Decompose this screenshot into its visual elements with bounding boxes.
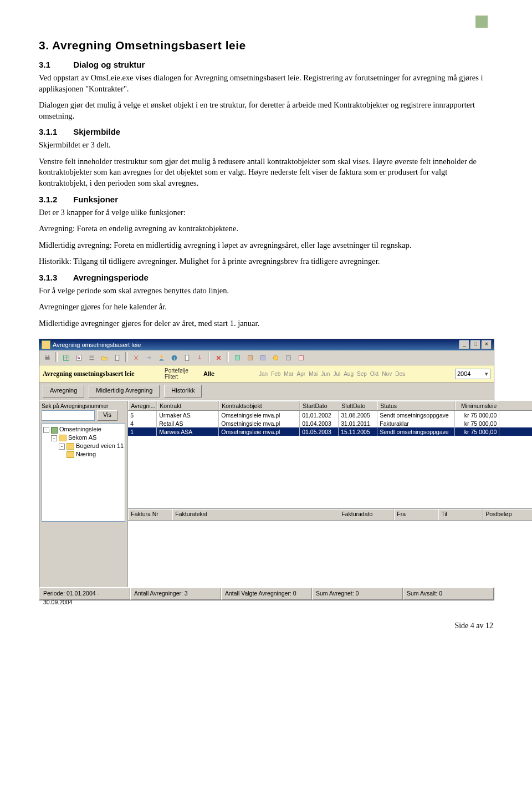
month[interactable]: Okt [370,371,379,377]
month[interactable]: Nov [382,371,392,377]
status-antall: Antall Avregninger: 3 [130,588,221,600]
folder-icon [66,451,74,458]
col-postbelop[interactable]: Postbeløp [483,509,532,520]
svg-rect-0 [45,357,49,360]
folder-icon[interactable] [99,352,110,363]
grid-body[interactable]: 5 Urmaker AS Omsetningsleie mva.pl 01.01… [128,411,532,509]
tree-node[interactable]: Omsetningsleie [59,426,101,432]
maximize-button[interactable]: □ [470,340,480,349]
collapse-icon[interactable]: - [43,427,49,433]
tool-d-icon[interactable] [270,352,281,363]
cell: 5 [128,411,157,419]
cell: 31.01.2011 [339,419,377,427]
month[interactable]: Feb [271,371,280,377]
tree-node[interactable]: Sekom AS [68,434,96,441]
cell: Sendt omsetningsoppgave [377,427,455,436]
tree-node[interactable]: Bogerud veien 11 [76,442,124,449]
year-select[interactable]: 2004 ▾ [455,369,490,379]
table-row-selected[interactable]: 1 Marwes ASA Omsetningsleie mva.pl 01.05… [128,427,532,436]
cell: 1 [128,427,157,436]
invoice-grid-header: Faktura Nr Fakturatekst Fakturadato Fra … [128,509,532,520]
col-fakturatekst[interactable]: Fakturatekst [172,509,339,520]
report-icon[interactable] [73,352,84,363]
month[interactable]: Mai [309,371,318,377]
user-icon[interactable] [156,352,167,363]
col-fakturanr[interactable]: Faktura Nr [128,509,172,520]
tool-b-icon[interactable] [244,352,255,363]
sectitle: Funksjoner [73,195,118,204]
status-valgte: Antall Valgte Avregninger: 0 [221,588,312,600]
col-avregning[interactable]: Avregni... [128,401,157,410]
print-icon[interactable] [42,352,53,363]
svg-rect-15 [185,355,189,361]
month[interactable]: Des [395,371,405,377]
cell: Omsetningsleie mva.pl [219,427,300,436]
col-kontrakt[interactable]: Kontrakt [157,401,219,410]
folder-icon [66,443,74,450]
folder-icon [59,435,66,441]
svg-rect-11 [115,355,119,361]
month[interactable]: Apr [297,371,306,377]
function-buttons-row: Avregning Midlertidig Avregning Historik… [39,383,494,400]
month-strip[interactable]: Jan Feb Mar Apr Mai Jun Jul Aug Sep Okt … [259,371,449,377]
month[interactable]: Jan [259,371,268,377]
col-minimumsleie[interactable]: Minimumsleie [455,401,499,410]
para: Historikk: Tilgang til tidligere avregni… [39,256,493,267]
tool-f-icon[interactable] [295,352,306,363]
chevron-down-icon: ▾ [485,370,488,378]
tool-a-icon[interactable] [232,352,243,363]
doc-icon[interactable] [181,352,192,363]
heading-3: 3. Avregning Omsetningsbasert leie [39,39,493,52]
cut-icon[interactable] [130,352,141,363]
month[interactable]: Jun [321,371,330,377]
secnum: 3.1.3 [39,273,71,282]
calc-icon[interactable] [111,352,122,363]
col-fra[interactable]: Fra [394,509,438,520]
cancel-icon[interactable] [213,352,224,363]
vis-button[interactable]: Vis [97,410,117,421]
tool-e-icon[interactable] [283,352,294,363]
svg-rect-16 [235,355,239,360]
collapse-icon[interactable]: - [59,444,65,450]
list-icon[interactable] [86,352,97,363]
midlertidig-avregning-button[interactable]: Midlertidig Avregning [89,385,160,398]
tree-node[interactable]: Næring [76,451,96,457]
table-row[interactable]: 5 Urmaker AS Omsetningsleie mva.pl 01.01… [128,411,532,419]
col-status[interactable]: Status [377,401,455,410]
col-til[interactable]: Til [438,509,483,520]
month[interactable]: Jul [333,371,340,377]
titlebar: Avregning omsetningsbasert leie _ □ × [39,339,494,350]
historikk-button[interactable]: Historikk [164,385,202,398]
arrow-right-icon[interactable] [143,352,154,363]
table-row[interactable]: 4 Retail AS Omsetningsleie mva.pl 01.04.… [128,419,532,427]
col-startdato[interactable]: StartDato [300,401,339,410]
object-tree[interactable]: -Omsetningsleie -Sekom AS -Bogerud veien… [42,423,125,522]
tool-c-icon[interactable] [257,352,268,363]
heading-3-1-3: 3.1.3 Avregningsperiode [39,273,493,282]
svg-rect-21 [299,355,303,360]
grid-icon[interactable] [60,352,71,363]
col-fakturadato[interactable]: Fakturadato [339,509,394,520]
avregning-button[interactable]: Avregning [43,385,84,398]
svg-rect-20 [286,355,290,360]
minimize-button[interactable]: _ [459,340,469,349]
label: Portefølje [165,368,198,374]
accent-square [475,16,488,28]
portfolio-value: Alle [203,370,253,377]
month[interactable]: Sep [357,371,367,377]
col-kontraktsobjekt[interactable]: Kontraktsobjekt [219,401,300,410]
collapse-icon[interactable]: - [51,435,57,441]
svg-rect-7 [79,358,80,359]
month[interactable]: Aug [344,371,354,377]
month[interactable]: Mar [284,371,293,377]
info-icon[interactable]: i [168,352,180,363]
svg-rect-6 [78,356,79,359]
dialog-title: Avregning omsetningsbasert leie [43,370,159,378]
col-sluttdato[interactable]: SluttDato [339,401,377,410]
search-input[interactable] [42,410,95,421]
close-button[interactable]: × [482,340,492,349]
status-sum-avregnet: Sum Avregnet: 0 [312,588,403,600]
status-periode: Periode: 01.01.2004 - 30.09.2004 [39,588,130,600]
invoice-grid-body[interactable] [128,520,532,587]
pin-icon[interactable] [194,352,205,363]
